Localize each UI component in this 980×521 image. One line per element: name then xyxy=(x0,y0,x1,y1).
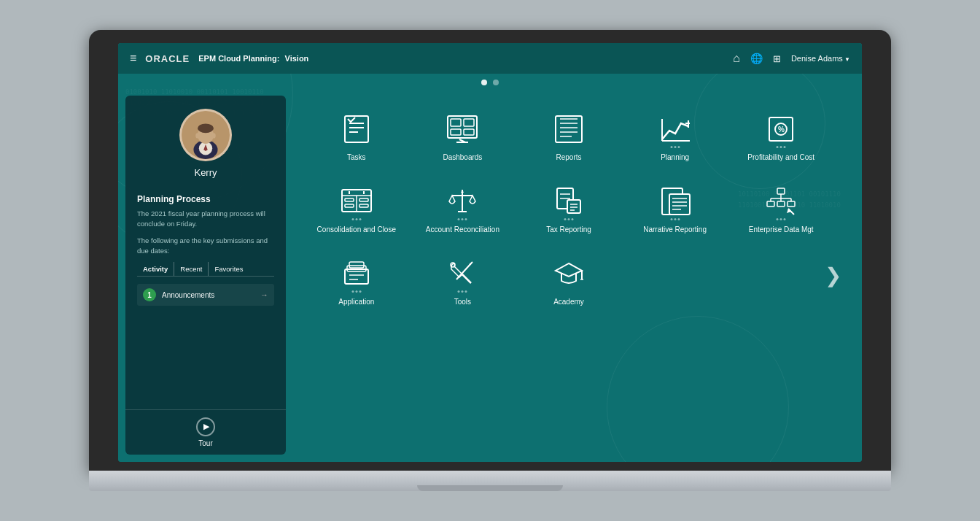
tab-favorites[interactable]: Favorites xyxy=(208,262,249,276)
grid-item-account-rec[interactable]: Account Reconciliation xyxy=(411,175,515,242)
nav-bar: ≡ ORACLE EPM Cloud Planning: Vision ⌂ 🌐 … xyxy=(118,43,862,74)
consolidation-dots xyxy=(351,218,361,220)
account-rec-icon xyxy=(445,185,480,217)
reports-label: Reports xyxy=(556,153,581,162)
play-icon: ▶ xyxy=(203,422,209,431)
tools-icon xyxy=(445,258,480,290)
laptop-base xyxy=(89,471,891,491)
app-title: EPM Cloud Planning: Vision xyxy=(198,54,308,63)
planning-title: Planning Process xyxy=(137,194,274,204)
account-rec-label: Account Reconciliation xyxy=(426,225,499,234)
grid-item-narrative[interactable]: Narrative Reporting xyxy=(623,175,727,242)
user-name: Kerry xyxy=(194,167,217,178)
svg-rect-16 xyxy=(464,129,474,135)
grid-item-profitability[interactable]: % Profitability and Cost xyxy=(729,103,833,169)
grid-item-planning[interactable]: Planning xyxy=(623,103,727,169)
tax-reporting-icon-box xyxy=(548,182,590,220)
consolidation-icon xyxy=(339,185,374,217)
tasks-icon xyxy=(339,113,374,145)
narrative-label: Narrative Reporting xyxy=(643,225,707,234)
enterprise-icon xyxy=(763,185,798,217)
consolidation-label: Consolidation and Close xyxy=(317,225,396,234)
grid-item-academy[interactable]: Academy xyxy=(517,247,621,314)
tasks-icon-box xyxy=(335,110,378,148)
enterprise-dots xyxy=(777,218,786,220)
svg-point-5 xyxy=(198,124,214,134)
planning-section: Planning Process The 2021 fiscal year pl… xyxy=(125,187,286,409)
announcement-row[interactable]: 1 Announcements → xyxy=(137,284,274,306)
svg-rect-64 xyxy=(767,201,774,207)
left-panel: Kerry Planning Process The 2021 fiscal y… xyxy=(125,96,286,455)
globe-icon[interactable]: 🌐 xyxy=(750,53,763,64)
hamburger-menu-icon[interactable]: ≡ xyxy=(130,52,136,65)
academy-icon xyxy=(551,258,586,290)
reports-icon xyxy=(551,113,586,145)
grid-item-tax-reporting[interactable]: Tax Reporting xyxy=(517,175,621,242)
next-arrow[interactable]: ❯ xyxy=(825,263,841,287)
planning-label: Planning xyxy=(661,153,689,162)
application-label: Application xyxy=(338,297,374,306)
profitability-icon: % xyxy=(763,113,798,145)
avatar xyxy=(179,109,232,161)
svg-rect-53 xyxy=(669,194,690,215)
profitability-label: Profitability and Cost xyxy=(747,153,814,162)
svg-line-77 xyxy=(470,262,472,265)
planning-text-2: The following are the key submissions an… xyxy=(137,236,274,257)
grid-item-enterprise[interactable]: Enterprise Data Mgt xyxy=(729,175,833,242)
account-rec-dots xyxy=(458,218,467,220)
svg-rect-35 xyxy=(345,198,354,201)
grid-item-tools[interactable]: Tools xyxy=(411,247,515,314)
academy-icon-box xyxy=(548,255,590,293)
user-menu[interactable]: Denise Adams xyxy=(791,54,850,63)
enterprise-icon-box xyxy=(760,182,802,220)
nav-right: ⌂ 🌐 ⊞ Denise Adams xyxy=(733,52,850,65)
svg-line-75 xyxy=(462,274,471,283)
grid-item-application[interactable]: Application xyxy=(305,247,408,314)
svg-rect-38 xyxy=(359,204,368,207)
avatar-section: Kerry xyxy=(125,96,286,187)
main-content: Kerry Planning Process The 2021 fiscal y… xyxy=(118,88,862,462)
application-icon xyxy=(339,258,374,290)
dashboards-icon-box xyxy=(441,110,483,148)
dashboards-label: Dashboards xyxy=(443,153,482,162)
tab-bar: Activity Recent Favorites xyxy=(137,262,274,277)
tax-reporting-icon xyxy=(551,185,586,217)
planning-icon-box xyxy=(654,110,696,148)
grid-item-reports[interactable]: Reports xyxy=(517,103,621,169)
app-title-name: Vision xyxy=(285,54,309,63)
laptop-screen: 01001010 11010010 00110101 10010110 0110… xyxy=(118,43,862,462)
tax-reporting-label: Tax Reporting xyxy=(546,225,591,234)
screen-content: 01001010 11010010 00110101 10010110 0110… xyxy=(118,43,862,462)
icons-grid: Tasks xyxy=(298,96,847,455)
tab-activity[interactable]: Activity xyxy=(137,262,174,276)
dot-2[interactable] xyxy=(493,80,499,85)
svg-rect-37 xyxy=(345,204,354,207)
home-icon[interactable]: ⌂ xyxy=(733,52,740,65)
svg-rect-66 xyxy=(788,201,795,207)
tools-icon-box xyxy=(441,255,483,293)
grid-item-tasks[interactable]: Tasks xyxy=(305,103,408,169)
svg-marker-78 xyxy=(556,263,582,277)
grid-item-dashboards[interactable]: Dashboards xyxy=(411,103,515,169)
svg-rect-19 xyxy=(556,116,582,142)
grid-item-consolidation[interactable]: Consolidation and Close xyxy=(305,175,408,242)
academy-label: Academy xyxy=(553,297,584,306)
planning-dots xyxy=(670,146,680,148)
apps-grid-icon[interactable]: ⊞ xyxy=(773,53,781,64)
tax-reporting-dots xyxy=(564,218,573,220)
narrative-icon-box xyxy=(654,182,696,220)
planning-text-1: The 2021 fiscal year planning process wi… xyxy=(137,209,274,230)
reports-icon-box xyxy=(548,110,590,148)
profitability-dots xyxy=(777,146,786,148)
svg-rect-36 xyxy=(359,198,368,201)
app-title-prefix: EPM Cloud Planning: xyxy=(198,54,279,63)
tools-dots xyxy=(458,290,467,293)
svg-rect-48 xyxy=(567,200,580,213)
dot-1[interactable] xyxy=(481,80,487,85)
svg-rect-65 xyxy=(777,201,785,207)
planning-icon xyxy=(658,113,693,145)
svg-rect-15 xyxy=(451,129,461,135)
svg-point-6 xyxy=(195,133,200,138)
tab-recent[interactable]: Recent xyxy=(174,262,208,276)
tour-play-button[interactable]: ▶ xyxy=(196,417,215,436)
